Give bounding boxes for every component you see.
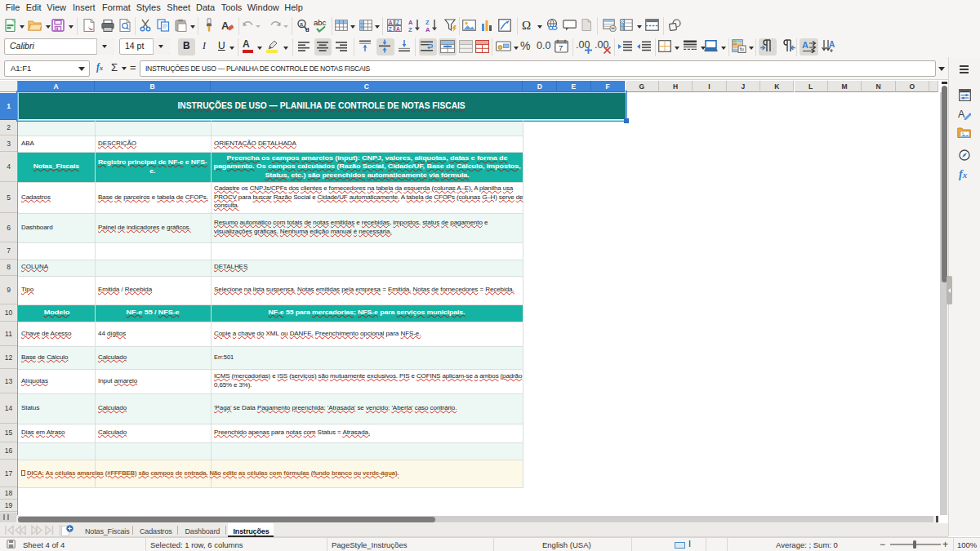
- svg-text:Z: Z: [389, 26, 392, 32]
- svg-text:A: A: [425, 26, 430, 33]
- svg-text:7: 7: [559, 43, 563, 52]
- svg-text:A: A: [958, 109, 965, 120]
- svg-text:Z: Z: [408, 26, 412, 33]
- svg-text:A: A: [396, 26, 400, 32]
- svg-text:d: d: [305, 26, 310, 33]
- svg-text:a: a: [300, 21, 303, 27]
- svg-text:A: A: [221, 20, 229, 32]
- svg-text:A: A: [389, 20, 393, 25]
- svg-text:A: A: [802, 40, 808, 50]
- svg-text:Ω: Ω: [522, 19, 531, 32]
- svg-text:abc: abc: [314, 18, 327, 27]
- svg-text:A: A: [829, 40, 835, 49]
- svg-text:Z: Z: [396, 20, 399, 25]
